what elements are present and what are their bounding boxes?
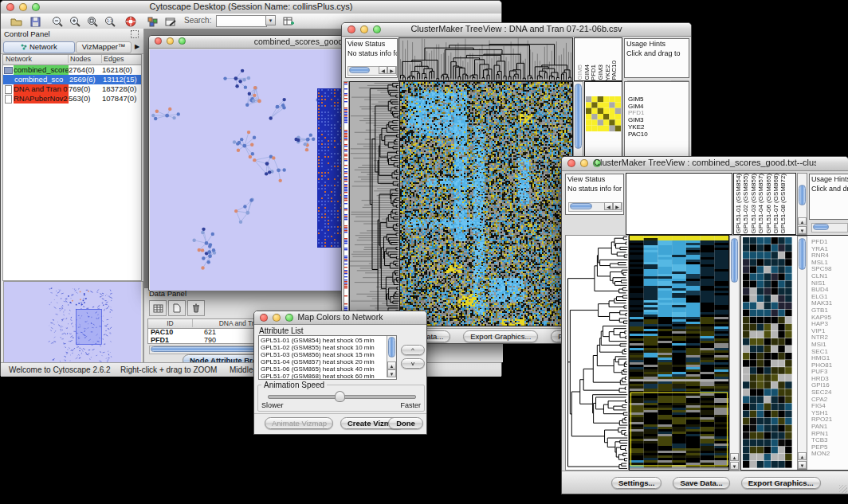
array-label[interactable]: PAC10 — [611, 61, 618, 80]
network-row-icon — [3, 94, 14, 106]
tv1-view-status-text: No status info for this view — [346, 49, 397, 58]
move-down-button[interactable]: v — [401, 358, 425, 369]
minimize-button[interactable] — [19, 3, 27, 11]
attribute-option-list: GPL51-01 (GSM854) heat shock 05 minGPL51… — [259, 336, 396, 380]
tv1-column-dendrogram[interactable] — [398, 37, 573, 81]
search-dropdown-arrow[interactable]: ▼ — [265, 15, 276, 25]
treeview-action-button[interactable]: Export Graphics... — [463, 330, 538, 342]
control-panel-tabs: Network VizMapper™ ▶ — [1, 40, 143, 54]
attr-col-id[interactable]: ID — [148, 319, 193, 327]
tv1-global-heatmap[interactable] — [399, 81, 573, 326]
tv2-global-heatmap[interactable] — [629, 235, 729, 471]
dialog-titlebar[interactable]: Map Colors to Network — [254, 311, 426, 325]
tv2-heatmap-vscrollbar[interactable]: ▲▼ — [729, 235, 740, 471]
network-name: RNAPuberNov2+ — [14, 94, 69, 104]
array-label[interactable]: GPL51-04 (GSM857) — [758, 174, 765, 234]
zoom-fit-button[interactable]: 1:1 — [101, 14, 119, 29]
close-button[interactable] — [260, 314, 268, 322]
tab-network[interactable]: Network — [3, 41, 75, 53]
tv1-row-dendrogram[interactable] — [349, 81, 400, 326]
gene-label[interactable]: MON2 — [811, 451, 832, 458]
array-label[interactable]: GPL51-02 (GSM855) — [743, 174, 750, 234]
network-name: combined_scores — [14, 65, 69, 75]
close-button[interactable] — [6, 3, 14, 11]
animate-vizmap-button[interactable]: Animate Vizmap — [265, 417, 333, 429]
network-table-row[interactable]: DNA and Tran 07769(0)183728(0) — [3, 84, 141, 94]
col-edges[interactable]: Edges — [102, 55, 139, 63]
col-nodes[interactable]: Nodes — [69, 55, 102, 63]
treeview-action-button[interactable]: Settings... — [611, 477, 662, 489]
treeview2-window: ClusterMaker TreeView : combined_scores_… — [561, 156, 848, 494]
network-table-row[interactable]: combined_sco2569(6)13112(15) — [3, 75, 141, 84]
zoom-out-button[interactable] — [49, 14, 66, 29]
save-button[interactable] — [26, 14, 44, 29]
close-button[interactable] — [347, 25, 355, 33]
treeview1-titlebar[interactable]: ClusterMaker TreeView : DNA and Tran 07-… — [342, 23, 691, 37]
minimize-button[interactable] — [360, 25, 368, 33]
float-panel-icon[interactable] — [131, 30, 139, 38]
move-up-button[interactable]: ^ — [401, 345, 425, 355]
network-edges-count: 107847(0) — [102, 94, 142, 104]
attribute-option[interactable]: GPL51-06 (GSM865) heat shock 40 min — [261, 365, 395, 373]
zoom-out-icon — [52, 16, 64, 27]
minimize-button[interactable] — [580, 159, 588, 167]
network-overview-panel[interactable] — [3, 281, 143, 368]
vizmapper-button[interactable] — [144, 14, 162, 29]
tv2-labels-vscrollbar[interactable]: ▲▼ — [797, 173, 807, 235]
tv2-column-tree-area[interactable] — [626, 173, 732, 235]
resize-grip[interactable] — [839, 485, 847, 493]
attribute-option[interactable]: GPL51-02 (GSM855) heat shock 10 min — [261, 344, 395, 351]
tv1-status-hscrollbar[interactable]: ◀▶ — [347, 66, 397, 76]
tv1-usage-hints-panel: Usage Hints Click and drag to — [624, 38, 689, 78]
open-file-button[interactable] — [7, 14, 25, 29]
tv2-zoom-vscrollbar[interactable]: ▲▼ — [797, 236, 807, 470]
tv2-hints-hscrollbar[interactable] — [811, 223, 848, 232]
minimize-button[interactable] — [167, 37, 174, 45]
treeview-action-button[interactable]: Export Graphics... — [741, 477, 821, 489]
zoom-in-button[interactable] — [66, 14, 84, 29]
minimize-button[interactable] — [273, 314, 281, 322]
network-overview-canvas[interactable] — [4, 282, 141, 365]
tv2-zoom-heatmap-canvas[interactable] — [743, 237, 792, 468]
floppy-disk-icon — [30, 17, 41, 27]
main-titlebar[interactable]: Cytoscape Desktop (Session Name: collins… — [1, 1, 501, 14]
attribute-option[interactable]: GPL51-07 (GSM868) heat shock 60 min — [261, 373, 395, 380]
col-network[interactable]: Network — [3, 55, 69, 63]
tab-overflow-button[interactable]: ▶ — [132, 41, 142, 52]
tv2-button-bar: Settings...Save Data...Export Graphics..… — [562, 471, 848, 494]
attribute-listbox[interactable]: GPL51-01 (GSM854) heat shock 05 minGPL51… — [258, 335, 397, 380]
close-button[interactable] — [155, 37, 162, 45]
tv2-gene-label-list: PFD1YRA1RNR4MSL1SPC98CLN1NIS1BUD4ELG1MAK… — [811, 239, 832, 458]
attribute-list-label: Attribute List — [259, 326, 304, 335]
annotation-button[interactable] — [162, 14, 179, 29]
tv1-zoom-matrix-canvas[interactable] — [586, 96, 621, 131]
help-button[interactable] — [122, 14, 139, 29]
attribute-option[interactable]: GPL51-01 (GSM854) heat shock 05 min — [261, 337, 395, 344]
delete-attribute-button[interactable] — [187, 300, 205, 316]
speed-slider-thumb[interactable] — [335, 391, 345, 402]
attr-row-id: PFD1 — [148, 337, 193, 345]
attribute-option[interactable]: GPL51-03 (GSM856) heat shock 15 min — [261, 351, 395, 358]
treeview-action-button[interactable]: Save Data... — [673, 477, 729, 489]
close-button[interactable] — [567, 159, 575, 167]
done-button[interactable]: Done — [388, 417, 423, 429]
new-attribute-button[interactable] — [168, 300, 186, 316]
zoom-selected-button[interactable] — [84, 14, 101, 29]
array-label[interactable]: GPL51-08 (GSM872) — [780, 174, 787, 234]
tv2-row-dendrogram[interactable] — [565, 235, 629, 471]
network-table-row[interactable]: RNAPuberNov2+563(0)107847(0) — [3, 94, 141, 104]
trash-icon — [192, 303, 200, 313]
tv1-selection-strip[interactable] — [344, 81, 349, 326]
network-table-row[interactable]: combined_scores2764(0)16218(0) — [3, 65, 141, 75]
tv2-status-hscrollbar[interactable]: ◀▶ — [568, 202, 622, 212]
search-input[interactable] — [216, 15, 267, 27]
attribute-select-button[interactable] — [149, 300, 167, 316]
tab-vizmapper[interactable]: VizMapper™ — [76, 41, 132, 53]
attribute-list-vscrollbar[interactable]: ▲▼ — [387, 336, 396, 377]
search-label: Search: — [184, 16, 211, 25]
table-import-button[interactable] — [280, 14, 297, 29]
attr-row-id: PAC10 — [148, 329, 193, 337]
gene-label[interactable]: PAC10 — [628, 131, 689, 139]
treeview2-titlebar[interactable]: ClusterMaker TreeView : combined_scores_… — [562, 157, 848, 171]
attribute-option[interactable]: GPL51-04 (GSM857) heat shock 20 min — [261, 358, 395, 365]
